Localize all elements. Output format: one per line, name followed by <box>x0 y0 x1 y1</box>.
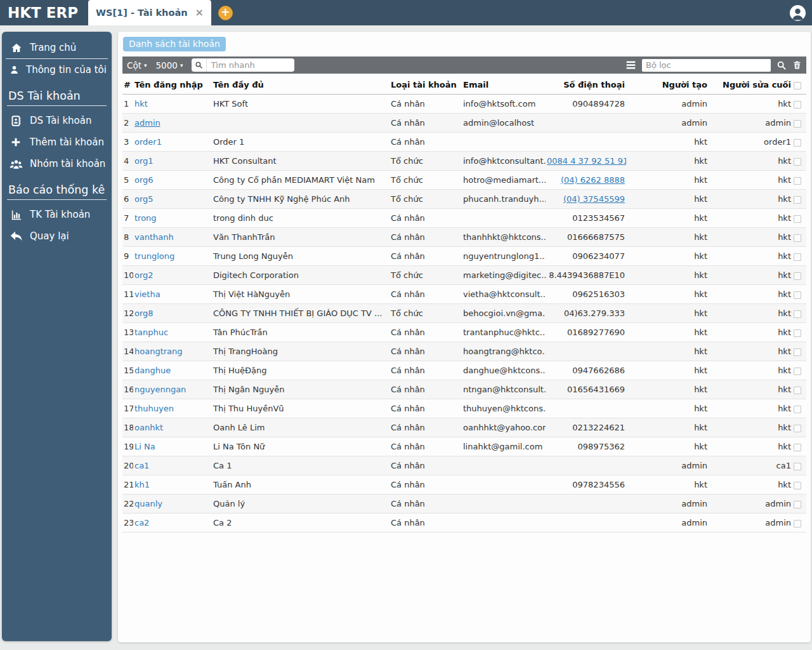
username-link[interactable]: admin <box>134 118 160 128</box>
sidebar-item-tk-tài-khoản[interactable]: TK Tài khoản <box>6 204 108 225</box>
col-header-modifier[interactable]: Người sửa cuối <box>709 76 792 95</box>
filter-input[interactable] <box>642 59 771 72</box>
username-link[interactable]: ca1 <box>134 461 149 470</box>
workspace-tab[interactable]: WS[1] - Tài khoản × <box>88 0 211 25</box>
username-link[interactable]: org8 <box>134 308 154 318</box>
close-tab-icon[interactable]: × <box>195 8 204 18</box>
phone-link[interactable]: 0084 4 37 92 51 91 <box>547 156 626 166</box>
row-checkbox[interactable] <box>794 368 801 375</box>
row-checkbox[interactable] <box>794 272 801 280</box>
col-header-account-type[interactable]: Loại tài khoản <box>390 76 462 95</box>
table-row: 10org2Digitech CorporationTổ chứcmarketi… <box>122 266 806 285</box>
sidebar-item-thêm-tài-khoản[interactable]: Thêm tài khoản <box>6 131 108 153</box>
username-cell: quanly <box>133 494 212 514</box>
sidebar-item-quay-lại[interactable]: Quay lại <box>6 225 108 247</box>
username-link[interactable]: vietha <box>134 289 160 299</box>
username-link[interactable]: tanphuc <box>134 328 168 337</box>
table-row: 3order1Order 1Cá nhânhktorder1 <box>122 133 806 152</box>
email-cell <box>462 133 546 152</box>
sidebar-item-thông-tin-của-tôi[interactable]: Thông tin của tôi <box>6 59 108 81</box>
row-checkbox[interactable] <box>794 310 801 318</box>
username-link[interactable]: quanly <box>134 499 162 508</box>
row-checkbox[interactable] <box>794 501 801 508</box>
username-link[interactable]: kh1 <box>134 480 150 489</box>
row-checkbox[interactable] <box>794 387 801 394</box>
row-number: 23 <box>122 514 133 533</box>
username-cell: hkt <box>133 95 212 114</box>
row-checkbox[interactable] <box>794 329 801 337</box>
username-link[interactable]: ca2 <box>134 518 149 527</box>
row-checkbox[interactable] <box>794 348 801 356</box>
row-checkbox[interactable] <box>794 482 801 489</box>
username-link[interactable]: org1 <box>134 156 154 166</box>
row-checkbox[interactable] <box>794 177 801 185</box>
row-checkbox[interactable] <box>794 158 801 166</box>
username-link[interactable]: order1 <box>134 137 162 147</box>
username-link[interactable]: vanthanh <box>134 232 174 242</box>
username-cell: danghue <box>133 361 212 380</box>
username-cell: vietha <box>133 285 212 304</box>
user-avatar-button[interactable] <box>789 4 806 22</box>
row-checkbox[interactable] <box>794 215 801 223</box>
page-size-dropdown[interactable]: 5000 ▾ <box>156 60 183 70</box>
top-bar: HKT ERP WS[1] - Tài khoản × + <box>0 0 812 25</box>
username-link[interactable]: org6 <box>134 175 154 185</box>
creator-cell: hkt <box>626 361 709 380</box>
row-checkbox[interactable] <box>794 520 801 527</box>
add-tab-button[interactable]: + <box>218 6 233 20</box>
row-checkbox[interactable] <box>794 101 801 109</box>
creator-cell: hkt <box>626 285 709 304</box>
sidebar-item-nhóm-tài-khoản[interactable]: Nhóm tài khoản <box>6 153 108 175</box>
main-panel: Danh sách tài khoản Cột ▾ 5000 ▾ <box>118 32 811 642</box>
row-checkbox[interactable] <box>794 139 801 147</box>
row-checkbox[interactable] <box>794 463 801 470</box>
quick-search-input[interactable] <box>207 60 294 70</box>
username-link[interactable]: trong <box>134 213 157 223</box>
row-checkbox[interactable] <box>794 196 801 204</box>
phone-cell: 0962516303 <box>546 285 626 304</box>
col-header-fullname[interactable]: Tên đầy đủ <box>212 76 390 95</box>
row-select-cell <box>792 152 806 171</box>
columns-dropdown[interactable]: Cột ▾ <box>127 60 147 70</box>
row-checkbox[interactable] <box>794 120 801 128</box>
username-link[interactable]: thuhuyen <box>134 404 174 413</box>
username-link[interactable]: trunglong <box>134 251 174 261</box>
row-checkbox[interactable] <box>794 234 801 242</box>
row-checkbox[interactable] <box>794 406 801 413</box>
col-header-index[interactable]: # <box>122 76 133 95</box>
table-row: 1hktHKT SoftCá nhâninfo@hktsoft.com09048… <box>122 95 806 114</box>
phone-link[interactable]: (04) 6262 8888 <box>561 175 625 185</box>
username-link[interactable]: hoangtrang <box>134 347 183 356</box>
row-checkbox[interactable] <box>794 444 801 451</box>
username-link[interactable]: oanhkt <box>134 423 163 432</box>
username-cell: kh1 <box>133 475 212 494</box>
username-link[interactable]: org2 <box>134 270 154 280</box>
row-checkbox[interactable] <box>794 253 801 261</box>
table-row: 5org6Công ty Cổ phần MEDIAMART Việt NamT… <box>122 171 806 190</box>
col-header-creator[interactable]: Người tạo <box>626 76 709 95</box>
phone-link[interactable]: (04) 37545599 <box>563 194 625 204</box>
username-link[interactable]: Li Na <box>134 442 155 451</box>
filter-search-button[interactable] <box>776 60 787 70</box>
row-select-cell <box>792 380 806 399</box>
phone-cell: 01689277690 <box>546 323 626 342</box>
username-link[interactable]: hkt <box>134 99 148 109</box>
username-cell: org1 <box>133 152 212 171</box>
select-all-checkbox[interactable] <box>794 82 801 90</box>
filter-list-button[interactable] <box>625 60 636 70</box>
account-type-cell: Tổ chức <box>390 171 462 190</box>
username-link[interactable]: nguyenngan <box>134 385 186 394</box>
col-header-phone[interactable]: Số điện thoại <box>546 76 626 95</box>
row-checkbox[interactable] <box>794 291 801 299</box>
username-link[interactable]: danghue <box>134 366 171 375</box>
col-header-username[interactable]: Tên đăng nhập <box>133 76 212 95</box>
modifier-cell: hkt <box>709 342 792 361</box>
email-cell: info@hktsoft.com <box>462 95 546 114</box>
username-link[interactable]: org5 <box>134 194 154 204</box>
clear-filter-button[interactable] <box>792 60 802 70</box>
sidebar-item-trang-chủ[interactable]: Trang chủ <box>6 37 108 59</box>
col-header-email[interactable]: Email <box>462 76 546 95</box>
row-checkbox[interactable] <box>794 425 801 432</box>
sidebar-item-ds-tài-khoản[interactable]: DS Tài khoản <box>6 110 108 131</box>
modifier-cell: hkt <box>709 228 792 247</box>
